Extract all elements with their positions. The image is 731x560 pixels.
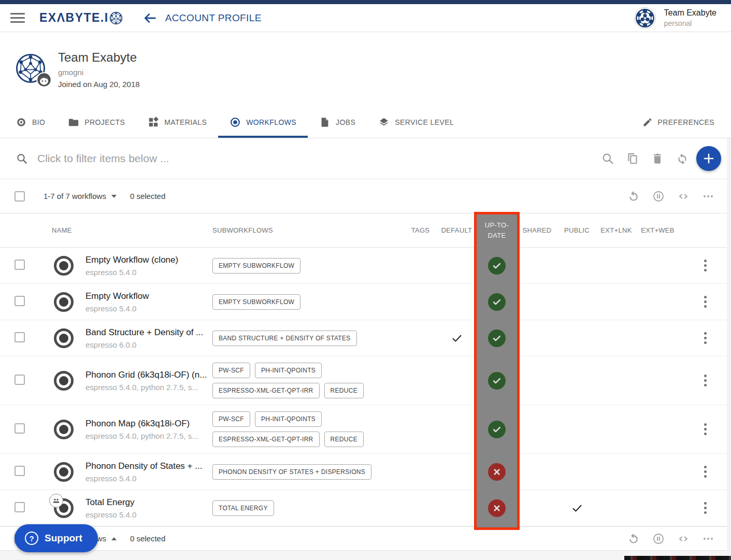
subworkflow-chip: ESPRESSO-XML-GET-QPT-IRR: [212, 383, 320, 398]
row-menu-button[interactable]: [701, 293, 710, 311]
row-checkbox[interactable]: [15, 502, 25, 512]
account-switcher[interactable]: Team Exabyte personal: [634, 7, 716, 29]
history-icon-button[interactable]: [627, 533, 640, 545]
select-all-checkbox[interactable]: [15, 191, 25, 202]
table-row[interactable]: Phonon Grid (6k3q18i-OF) (n...espresso 5…: [0, 356, 731, 405]
workflow-name[interactable]: Empty Workflow: [85, 291, 212, 301]
workflow-name[interactable]: Phonon Map (6k3q18i-OF): [85, 419, 212, 429]
filter-input[interactable]: [37, 152, 601, 165]
selection-actions: [627, 190, 731, 203]
plus-icon: [702, 152, 715, 165]
radio-button-icon: [230, 117, 241, 128]
workflow-name[interactable]: Total Energy: [85, 497, 212, 508]
row-checkbox[interactable]: [15, 332, 25, 342]
workflow-applications: espresso 5.4.0: [85, 268, 212, 277]
more-icon-button[interactable]: [702, 190, 714, 203]
user-face-badge-icon: [36, 72, 52, 88]
table-row[interactable]: Phonon Map (6k3q18i-OF)espresso 5.4.0, p…: [0, 405, 731, 454]
subworkflow-chip: REDUCE: [324, 432, 364, 447]
subworkflow-chip: PW-SCF: [212, 411, 250, 427]
exabyte-logo[interactable]: EXΛBYTE.I: [39, 11, 123, 25]
tab-jobs[interactable]: JOBS: [308, 106, 367, 138]
row-checkbox[interactable]: [15, 375, 25, 385]
table-row[interactable]: Total Energyespresso 5.4.0TOTAL ENERGY: [0, 490, 731, 526]
workflow-name[interactable]: Empty Workflow (clone): [85, 255, 212, 265]
column-header-subworkflows: SUBWORKFLOWS: [212, 226, 404, 234]
copy-icon-button[interactable]: [626, 152, 639, 165]
delete-icon-button[interactable]: [651, 152, 664, 165]
page-title: ACCOUNT PROFILE: [165, 12, 262, 24]
scrollbar-track[interactable]: [727, 138, 731, 550]
row-menu-button[interactable]: [701, 463, 710, 481]
refresh-icon-button[interactable]: [676, 152, 689, 165]
subworkflow-chip: TOTAL ENERGY: [212, 500, 274, 516]
subworkflow-chips: EMPTY SUBWORKFLOW: [212, 290, 373, 314]
table-row[interactable]: Phonon Density of States + ...espresso 5…: [0, 454, 731, 490]
profile-avatar: [16, 53, 48, 85]
default-check-icon: [451, 332, 463, 344]
history-icon-button[interactable]: [627, 190, 640, 203]
default-cell: [451, 332, 463, 344]
subworkflow-chips: BAND STRUCTURE + DENSITY OF STATES: [212, 326, 373, 350]
workflow-icon: [54, 462, 74, 482]
row-menu-button[interactable]: [701, 420, 710, 438]
tab-projects[interactable]: PROJECTS: [56, 106, 136, 138]
pencil-icon: [642, 117, 653, 127]
preferences-button[interactable]: PREFERENCES: [638, 106, 719, 138]
back-arrow-icon[interactable]: [142, 11, 157, 25]
workflow-applications: espresso 5.4.0: [85, 510, 212, 519]
tab-label: BIO: [32, 118, 45, 126]
subworkflow-chip: EMPTY SUBWORKFLOW: [212, 294, 300, 310]
workflow-applications: espresso 5.4.0: [85, 304, 212, 313]
table-row[interactable]: Empty Workflowespresso 5.4.0EMPTY SUBWOR…: [0, 284, 731, 320]
workflow-icon-dot: [59, 467, 68, 477]
subworkflow-chip: PW-SCF: [212, 363, 250, 378]
code-icon-button[interactable]: [677, 533, 690, 545]
tab-bio[interactable]: BIO: [4, 106, 56, 138]
workflow-name[interactable]: Band Structure + Density of ...: [85, 327, 212, 338]
rows-range-dropdown[interactable]: 1-7 of 7 workflows: [44, 192, 117, 200]
row-menu-button[interactable]: [701, 499, 710, 517]
workflow-icon: [54, 292, 74, 312]
row-checkbox[interactable]: [15, 423, 25, 434]
eye-icon: [16, 117, 27, 128]
selected-count: 0 selected: [130, 192, 165, 200]
file-icon: [319, 117, 331, 128]
workflow-icon: [54, 256, 74, 276]
more-icon-button[interactable]: [702, 533, 714, 545]
table-row[interactable]: Empty Workflow (clone)espresso 5.4.0EMPT…: [0, 248, 731, 284]
tab-service-level[interactable]: SERVICE LEVEL: [367, 106, 465, 138]
row-checkbox[interactable]: [15, 466, 25, 476]
support-button[interactable]: ? Support: [15, 524, 98, 552]
row-menu-button[interactable]: [701, 256, 710, 275]
workflow-name[interactable]: Phonon Density of States + ...: [85, 461, 212, 471]
code-icon-button[interactable]: [677, 190, 690, 203]
row-checkbox[interactable]: [15, 296, 25, 306]
subworkflow-chip: REDUCE: [324, 383, 364, 398]
row-menu-button[interactable]: [701, 329, 710, 347]
up-to-date-fail-icon: [488, 499, 506, 517]
row-menu-button[interactable]: [701, 371, 710, 390]
folder-icon: [68, 117, 79, 128]
column-header-name: NAME: [41, 226, 212, 234]
tab-workflows[interactable]: WORKFLOWS: [218, 106, 308, 138]
row-checkbox[interactable]: [15, 260, 25, 270]
pause-icon-button[interactable]: [652, 533, 665, 545]
workflow-applications: espresso 6.0.0: [85, 340, 212, 349]
team-avatar: [634, 7, 656, 29]
workflow-table-body: Empty Workflow (clone)espresso 5.4.0EMPT…: [0, 248, 731, 526]
table-row[interactable]: Band Structure + Density of ...espresso …: [0, 320, 731, 356]
tab-label: JOBS: [336, 118, 355, 126]
menu-icon[interactable]: [10, 10, 25, 25]
search-icon-button[interactable]: [601, 152, 614, 165]
tab-label: WORKFLOWS: [246, 118, 296, 126]
workflow-name[interactable]: Phonon Grid (6k3q18i-OF) (n...: [85, 370, 212, 380]
subworkflow-chip: ESPRESSO-XML-GET-QPT-IRR: [212, 432, 320, 447]
add-workflow-button[interactable]: [696, 146, 721, 171]
up-to-date-cell: [488, 499, 506, 517]
tab-label: MATERIALS: [164, 118, 207, 126]
pause-icon-button[interactable]: [652, 190, 665, 203]
up-to-date-pass-icon: [488, 257, 506, 275]
subworkflow-chip: PHONON DENSITY OF STATES + DISPERSIONS: [212, 464, 371, 480]
tab-materials[interactable]: MATERIALS: [136, 106, 218, 138]
